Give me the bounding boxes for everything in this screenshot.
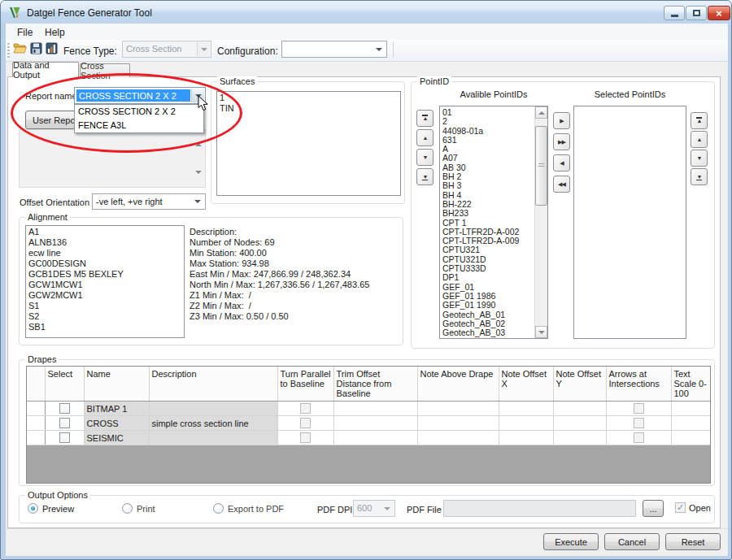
column-header[interactable]: Note Offset X — [499, 367, 553, 402]
export-pdf-radio[interactable]: Export to PDF — [213, 503, 284, 514]
list-item[interactable]: TIN — [220, 103, 400, 114]
column-header[interactable] — [27, 367, 45, 402]
text-scale-cell[interactable] — [671, 402, 710, 416]
selected-move-bottom-button[interactable]: ▼ — [691, 168, 708, 185]
text-scale-cell[interactable] — [671, 431, 710, 445]
turn-parallel-cell[interactable] — [277, 431, 333, 445]
menu-file[interactable]: File — [14, 26, 36, 39]
available-move-down-button[interactable]: ▼ — [416, 149, 434, 166]
radio-icon[interactable] — [122, 503, 133, 514]
available-move-top-button[interactable]: ▲ — [416, 110, 434, 127]
description-cell[interactable] — [149, 402, 277, 416]
print-radio[interactable]: Print — [122, 503, 155, 514]
note-offset-x-cell[interactable] — [499, 402, 553, 416]
report-name-combo[interactable]: CROSS SECTION 2 X 2 — [74, 87, 206, 104]
list-item[interactable]: Geotech_AB_03 — [442, 328, 533, 337]
tab-cross-section[interactable]: Cross Section — [80, 63, 130, 77]
arrows-checkbox[interactable] — [634, 418, 644, 428]
note-offset-x-cell[interactable] — [499, 416, 553, 431]
note-offset-y-cell[interactable] — [553, 431, 606, 445]
name-cell[interactable]: CROSS — [84, 416, 149, 431]
note-above-cell[interactable] — [417, 416, 499, 431]
trim-offset-cell[interactable] — [333, 402, 417, 416]
select-cell[interactable] — [45, 416, 84, 431]
list-item[interactable]: SB1 — [28, 322, 184, 332]
note-offset-y-cell[interactable] — [553, 402, 606, 416]
alignment-list[interactable]: A1ALNB136ecw lineGC00DESIGNGCB1DES M5 BE… — [25, 225, 185, 338]
arrows-cell[interactable] — [606, 431, 671, 445]
scrollbar-thumb[interactable] — [535, 126, 547, 206]
list-item[interactable]: ecw line — [28, 248, 184, 258]
turn-parallel-checkbox[interactable] — [300, 432, 311, 443]
turn-parallel-checkbox[interactable] — [300, 403, 311, 414]
move-right-button[interactable]: ▶ — [553, 112, 570, 129]
arrows-checkbox[interactable] — [634, 403, 644, 414]
arrows-checkbox[interactable] — [634, 432, 644, 443]
column-header[interactable]: Description — [149, 367, 277, 402]
radio-selected-icon[interactable] — [28, 503, 38, 514]
move-all-right-button[interactable]: ▶▶ — [553, 133, 570, 150]
name-cell[interactable]: SEISMIC — [84, 431, 149, 445]
description-cell[interactable] — [149, 431, 277, 445]
select-checkbox[interactable] — [59, 418, 70, 428]
list-item[interactable]: GCB1DES M5 BEXLEY — [28, 269, 184, 280]
column-header[interactable]: Select — [45, 367, 84, 402]
open-checkbox-field[interactable]: ✓ Open — [675, 502, 711, 513]
available-move-up-button[interactable]: ▲ — [416, 129, 434, 146]
row-selector-cell[interactable]: ▶ — [27, 431, 45, 445]
arrows-cell[interactable] — [606, 416, 671, 431]
list-item[interactable]: ALNB136 — [28, 237, 184, 248]
select-cell[interactable] — [45, 431, 84, 445]
select-cell[interactable] — [45, 402, 84, 416]
trim-offset-cell[interactable] — [333, 431, 417, 445]
trim-offset-cell[interactable] — [333, 416, 417, 431]
move-left-button[interactable]: ◀ — [553, 154, 570, 171]
report-name-dropdown[interactable]: CROSS SECTION 2 X 2FENCE A3L — [74, 104, 204, 133]
menu-help[interactable]: Help — [41, 26, 68, 39]
checkbox-checked-icon[interactable]: ✓ — [675, 502, 686, 513]
note-above-cell[interactable] — [417, 402, 499, 416]
reset-button[interactable]: Reset — [665, 533, 721, 550]
browse-pdf-button[interactable]: ... — [643, 500, 664, 517]
selected-move-up-button[interactable]: ▲ — [691, 131, 708, 148]
list-item[interactable]: GCW2MCW1 — [28, 290, 184, 301]
list-item[interactable]: 2 — [442, 117, 533, 126]
note-offset-x-cell[interactable] — [499, 431, 553, 445]
offset-orientation-combo[interactable]: -ve left, +ve right — [92, 193, 206, 210]
dropdown-option[interactable]: FENCE A3L — [75, 119, 203, 132]
list-item[interactable]: BH233 — [442, 209, 533, 218]
selected-move-down-button[interactable]: ▼ — [691, 150, 708, 167]
surfaces-list[interactable]: 1TIN — [216, 91, 401, 196]
preview-radio[interactable]: Preview — [28, 503, 74, 514]
cancel-button[interactable]: Cancel — [604, 533, 660, 550]
selected-pointids-list[interactable] — [573, 106, 686, 339]
execute-button[interactable]: Execute — [543, 533, 599, 550]
list-item[interactable]: BH 3 — [442, 181, 533, 190]
minimize-button[interactable] — [664, 6, 685, 20]
note-above-cell[interactable] — [417, 431, 499, 445]
list-item[interactable]: 01 — [442, 108, 533, 117]
scrollbar-up-button[interactable] — [535, 106, 547, 119]
turn-parallel-cell[interactable] — [277, 416, 333, 431]
column-header[interactable]: Note Offset Y — [553, 367, 606, 402]
configuration-combo[interactable] — [281, 41, 387, 58]
column-header[interactable]: Text Scale 0-100 — [671, 367, 710, 402]
list-item[interactable]: GC00DESIGN — [28, 258, 184, 269]
row-selector-cell[interactable]: ▶ — [27, 416, 45, 431]
description-cell[interactable]: simple cross section line — [149, 416, 277, 431]
column-header[interactable]: Arrows at Intersections — [606, 367, 671, 402]
list-item[interactable]: 1 — [220, 93, 400, 103]
arrows-cell[interactable] — [606, 402, 671, 416]
list-item[interactable]: 631 — [442, 136, 533, 145]
move-all-left-button[interactable]: ◀◀ — [553, 176, 570, 193]
dropdown-option[interactable]: CROSS SECTION 2 X 2 — [75, 105, 203, 119]
turn-parallel-cell[interactable] — [277, 402, 333, 416]
select-checkbox[interactable] — [59, 403, 70, 414]
turn-parallel-checkbox[interactable] — [300, 418, 311, 428]
available-list-scrollbar[interactable] — [534, 106, 547, 338]
note-offset-y-cell[interactable] — [553, 416, 606, 431]
list-item[interactable]: A1 — [28, 227, 184, 237]
radio-icon[interactable] — [213, 503, 224, 514]
available-pointids-list[interactable]: 01244098-01a631AA07AB 30BH 2BH 3BH 4BH-2… — [439, 106, 548, 339]
available-move-bottom-button[interactable]: ▼ — [416, 168, 434, 185]
